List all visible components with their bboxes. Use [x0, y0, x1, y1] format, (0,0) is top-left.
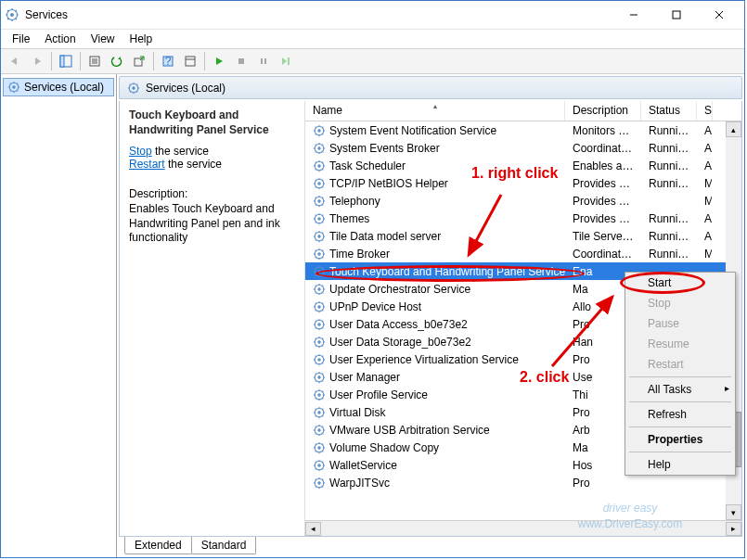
back-button[interactable]: [5, 51, 25, 71]
info-pane: Touch Keyboard and Handwriting Panel Ser…: [120, 101, 305, 536]
minimize-button[interactable]: [612, 1, 655, 29]
toolbar: ?: [1, 48, 744, 74]
ctx-pause[interactable]: Pause: [625, 313, 735, 334]
service-row[interactable]: TelephonyProvides Tel...M: [305, 192, 741, 210]
column-status[interactable]: Status: [641, 101, 697, 121]
service-desc: Provides us...: [565, 211, 641, 226]
ctx-stop[interactable]: Stop: [625, 293, 735, 313]
service-name: Time Broker: [329, 248, 390, 261]
scroll-right-button[interactable]: ▸: [726, 522, 741, 536]
list-header: Name▴ Description Status S: [305, 101, 741, 121]
forward-button[interactable]: [27, 51, 47, 71]
sort-indicator-icon: ▴: [433, 102, 437, 110]
scroll-up-button[interactable]: ▴: [726, 121, 741, 137]
tab-standard[interactable]: Standard: [191, 537, 257, 554]
service-name: Update Orchestrator Service: [329, 283, 470, 296]
service-row[interactable]: TCP/IP NetBIOS HelperProvides su...Runni…: [305, 174, 741, 192]
service-name: System Events Broker: [329, 142, 440, 155]
svg-rect-25: [238, 58, 244, 64]
ctx-all-tasks[interactable]: All Tasks▸: [625, 379, 735, 400]
horizontal-scrollbar[interactable]: ◂ ▸: [305, 520, 741, 536]
titlebar: Services: [1, 1, 744, 29]
close-button[interactable]: [698, 1, 741, 29]
service-stype: A: [697, 211, 712, 226]
menu-file[interactable]: File: [5, 31, 37, 47]
ctx-refresh[interactable]: Refresh: [625, 404, 735, 425]
service-icon: [313, 195, 326, 208]
service-name: Volume Shadow Copy: [329, 441, 439, 454]
ctx-properties[interactable]: Properties: [625, 429, 735, 450]
tree-root-item[interactable]: Services (Local): [3, 78, 114, 96]
properties-button[interactable]: [180, 51, 200, 71]
service-stype: M: [697, 194, 712, 209]
service-status: Running: [641, 159, 697, 173]
restart-service-link[interactable]: Restart: [129, 158, 165, 171]
ctx-resume[interactable]: Resume: [625, 334, 735, 354]
service-status: Running: [641, 211, 697, 226]
service-row[interactable]: System Event Notification ServiceMonitor…: [305, 121, 741, 139]
service-name: WarpJITSvc: [329, 477, 390, 490]
service-icon: [313, 212, 326, 225]
tab-extended[interactable]: Extended: [124, 537, 192, 554]
export-list-button[interactable]: [84, 51, 105, 71]
service-row[interactable]: Task SchedulerEnables a us...RunningA: [305, 157, 741, 174]
help-button[interactable]: ?: [158, 51, 178, 71]
show-hide-tree-button[interactable]: [56, 51, 76, 71]
ctx-start[interactable]: Start: [625, 273, 735, 293]
svg-rect-15: [60, 56, 64, 67]
description-text: Enables Touch Keyboard and Handwriting P…: [129, 202, 295, 246]
column-startup-type[interactable]: S: [697, 101, 713, 121]
start-service-button[interactable]: [209, 51, 229, 71]
chevron-right-icon: ▸: [725, 383, 729, 393]
service-status: Running: [641, 229, 697, 244]
service-desc: Coordinates...: [565, 141, 641, 156]
export-button[interactable]: [129, 51, 149, 71]
service-name: User Experience Virtualization Service: [329, 353, 519, 366]
scroll-down-button[interactable]: ▾: [726, 504, 741, 520]
stop-service-button[interactable]: [231, 51, 251, 71]
service-icon: [313, 283, 326, 296]
service-icon: [313, 230, 326, 243]
service-desc: Coordinates...: [565, 247, 641, 261]
service-status: Running: [641, 141, 697, 156]
maximize-button[interactable]: [655, 1, 698, 29]
ctx-restart[interactable]: Restart: [625, 354, 735, 375]
services-icon: [127, 82, 140, 95]
service-desc: Provides Tel...: [565, 194, 641, 209]
description-label: Description:: [129, 187, 295, 200]
service-icon: [313, 406, 326, 419]
service-desc: Monitors sy...: [565, 123, 641, 138]
tree-root-label: Services (Local): [24, 81, 104, 94]
service-stype: A: [697, 141, 712, 156]
service-icon: [313, 371, 326, 384]
console-tree: Services (Local): [1, 74, 117, 557]
services-icon: [7, 81, 20, 94]
service-row[interactable]: WarpJITSvcPro: [305, 474, 741, 491]
svg-rect-26: [261, 58, 263, 64]
service-status: Running: [641, 247, 697, 261]
service-status: Running: [641, 123, 697, 138]
column-name[interactable]: Name▴: [305, 101, 565, 121]
menubar: File Action View Help: [1, 29, 744, 48]
service-desc: Provides su...: [565, 176, 641, 191]
menu-view[interactable]: View: [84, 31, 122, 47]
stop-service-link[interactable]: Stop: [129, 145, 152, 158]
column-description[interactable]: Description: [565, 101, 641, 121]
refresh-button[interactable]: [107, 51, 127, 71]
service-stype: A: [697, 229, 712, 244]
service-name: UPnP Device Host: [329, 300, 421, 313]
service-icon: [313, 318, 326, 331]
service-row[interactable]: System Events BrokerCoordinates...Runnin…: [305, 139, 741, 157]
restart-service-button[interactable]: [276, 51, 296, 71]
ctx-help[interactable]: Help: [625, 454, 735, 475]
menu-action[interactable]: Action: [37, 31, 83, 47]
pause-service-button[interactable]: [253, 51, 274, 71]
service-row[interactable]: Tile Data model serverTile Server f...Ru…: [305, 227, 741, 245]
service-name: Tile Data model server: [329, 230, 441, 243]
service-icon: [313, 124, 326, 137]
service-row[interactable]: ThemesProvides us...RunningA: [305, 210, 741, 227]
menu-help[interactable]: Help: [122, 31, 161, 47]
service-row[interactable]: Time BrokerCoordinates...RunningM: [305, 245, 741, 262]
pane-header-label: Services (Local): [146, 82, 225, 95]
scroll-left-button[interactable]: ◂: [305, 522, 321, 536]
